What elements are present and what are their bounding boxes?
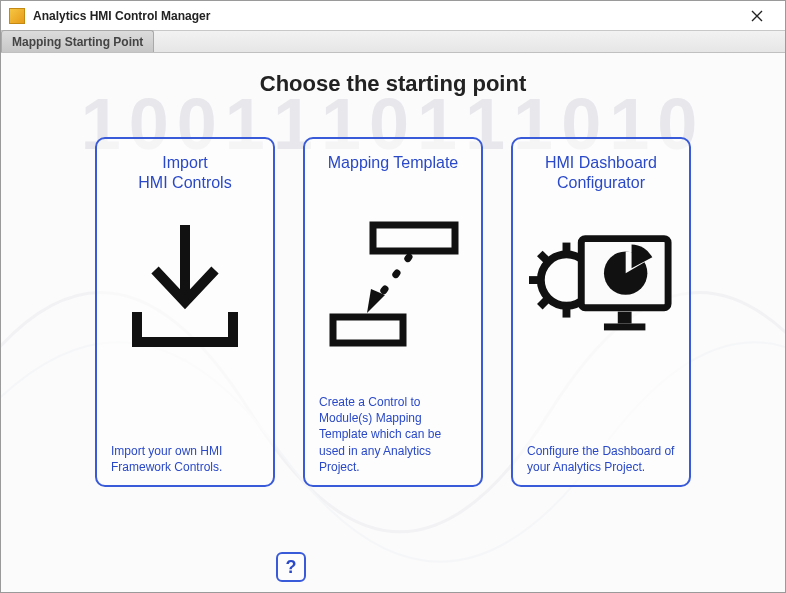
titlebar: Analytics HMI Control Manager [1, 1, 785, 31]
svg-rect-2 [333, 317, 403, 343]
card-description: Create a Control to Module(s) Mapping Te… [319, 382, 467, 475]
svg-line-11 [540, 253, 549, 262]
tabstrip: Mapping Starting Point [1, 31, 785, 53]
app-icon [9, 8, 25, 24]
card-title: Mapping Template [328, 153, 458, 195]
card-row: ImportHMI Controls Import your own HMI F… [1, 137, 785, 487]
mapping-icon [319, 205, 467, 365]
svg-rect-16 [618, 312, 632, 324]
tab-mapping-starting-point[interactable]: Mapping Starting Point [1, 30, 154, 52]
page-heading: Choose the starting point [1, 71, 785, 97]
window-title: Analytics HMI Control Manager [33, 9, 737, 23]
card-import-hmi-controls[interactable]: ImportHMI Controls Import your own HMI F… [95, 137, 275, 487]
svg-line-3 [403, 257, 409, 265]
tab-label: Mapping Starting Point [12, 35, 143, 49]
dashboard-config-icon [527, 205, 675, 365]
app-window: Analytics HMI Control Manager Mapping St… [0, 0, 786, 593]
card-mapping-template[interactable]: Mapping Template Create a Control to Mod… [303, 137, 483, 487]
svg-line-4 [391, 273, 397, 281]
content-area: 1001110111010 Choose the starting point … [1, 53, 785, 592]
card-title: HMI DashboardConfigurator [545, 153, 657, 195]
card-description: Import your own HMI Framework Controls. [111, 431, 259, 475]
card-title: ImportHMI Controls [138, 153, 231, 195]
download-icon [111, 205, 259, 365]
card-hmi-dashboard-configurator[interactable]: HMI DashboardConfigurator [511, 137, 691, 487]
svg-line-13 [540, 298, 549, 307]
svg-rect-17 [604, 323, 645, 330]
help-label: ? [286, 557, 297, 578]
svg-rect-1 [373, 225, 455, 251]
card-description: Configure the Dashboard of your Analytic… [527, 431, 675, 475]
close-button[interactable] [737, 1, 777, 30]
close-icon [751, 10, 763, 22]
help-button[interactable]: ? [276, 552, 306, 582]
